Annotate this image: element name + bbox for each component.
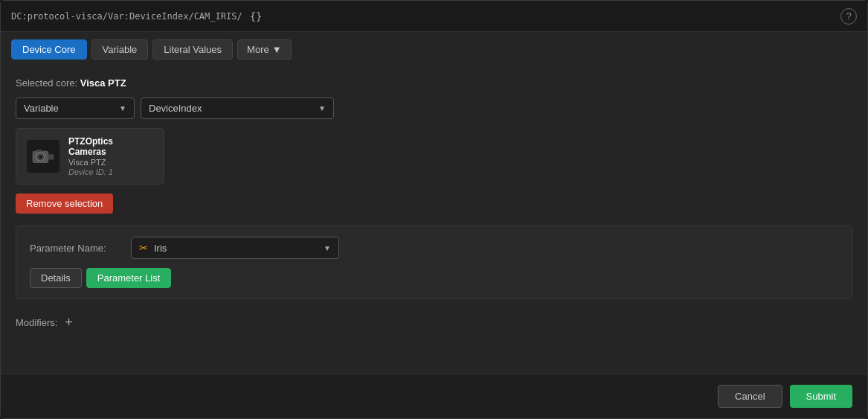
selected-core-label: Selected core: Visca PTZ <box>16 77 852 89</box>
top-bar-left: DC:protocol-visca/Var:DeviceIndex/CAM_IR… <box>11 10 263 22</box>
breadcrumb: DC:protocol-visca/Var:DeviceIndex/CAM_IR… <box>11 11 242 22</box>
iris-icon: ✂ <box>139 242 148 254</box>
top-bar: DC:protocol-visca/Var:DeviceIndex/CAM_IR… <box>1 1 867 32</box>
braces-icon: {} <box>250 10 263 22</box>
tab-bar: Device Core Variable Literal Values More… <box>1 32 867 67</box>
tab-literal-values[interactable]: Literal Values <box>152 39 233 60</box>
svg-rect-4 <box>36 150 42 152</box>
iris-dropdown-value: Iris <box>154 243 167 254</box>
device-info: PTZOptics Cameras Visca PTZ Device ID: 1 <box>68 136 153 176</box>
svg-rect-3 <box>48 154 54 159</box>
device-name: PTZOptics Cameras <box>68 136 153 157</box>
parameter-section: Parameter Name: ✂ Iris ▼ Details Paramet… <box>16 226 852 299</box>
main-content: Selected core: Visca PTZ Variable ▼ Devi… <box>1 67 867 374</box>
detail-buttons: Details Parameter List <box>30 268 838 288</box>
device-id: Device ID: 1 <box>68 167 153 176</box>
device-sub: Visca PTZ <box>68 158 153 167</box>
selected-core-value: Visca PTZ <box>80 77 126 89</box>
modifiers-row: Modifiers: + <box>16 308 852 329</box>
tab-variable[interactable]: Variable <box>91 39 149 60</box>
chevron-down-icon: ▼ <box>272 44 282 55</box>
dialog: DC:protocol-visca/Var:DeviceIndex/CAM_IR… <box>0 0 868 419</box>
iris-dropdown-arrow: ▼ <box>324 244 331 252</box>
parameter-list-button[interactable]: Parameter List <box>86 268 172 288</box>
camera-svg-icon <box>30 143 57 170</box>
submit-button[interactable]: Submit <box>790 385 852 408</box>
modifiers-label: Modifiers: <box>16 317 57 328</box>
details-button[interactable]: Details <box>30 268 82 288</box>
add-modifier-button[interactable]: + <box>65 316 73 329</box>
device-card[interactable]: PTZOptics Cameras Visca PTZ Device ID: 1 <box>16 128 164 185</box>
remove-selection-button[interactable]: Remove selection <box>16 193 113 214</box>
variable-dropdown[interactable]: Variable ▼ <box>16 97 135 119</box>
cancel-button[interactable]: Cancel <box>718 385 782 408</box>
iris-dropdown[interactable]: ✂ Iris ▼ <box>131 237 339 259</box>
footer: Cancel Submit <box>1 374 867 418</box>
more-label: More <box>247 44 269 55</box>
camera-icon-wrapper <box>27 140 60 173</box>
help-icon[interactable]: ? <box>840 8 857 25</box>
parameter-name-row: Parameter Name: ✂ Iris ▼ <box>30 237 838 259</box>
variable-dropdown-label: Variable <box>24 103 59 114</box>
tab-device-core[interactable]: Device Core <box>11 39 87 60</box>
dropdowns-row: Variable ▼ DeviceIndex ▼ <box>16 97 852 119</box>
more-dropdown-btn[interactable]: More ▼ <box>237 39 292 60</box>
iris-dropdown-left: ✂ Iris <box>139 242 167 254</box>
device-index-dropdown[interactable]: DeviceIndex ▼ <box>141 97 334 119</box>
device-index-dropdown-arrow: ▼ <box>318 104 326 112</box>
svg-point-2 <box>38 155 42 159</box>
selected-core-prefix: Selected core: <box>16 77 80 89</box>
parameter-name-label: Parameter Name: <box>30 243 119 254</box>
device-index-label: DeviceIndex <box>149 103 202 114</box>
variable-dropdown-arrow: ▼ <box>119 104 126 112</box>
